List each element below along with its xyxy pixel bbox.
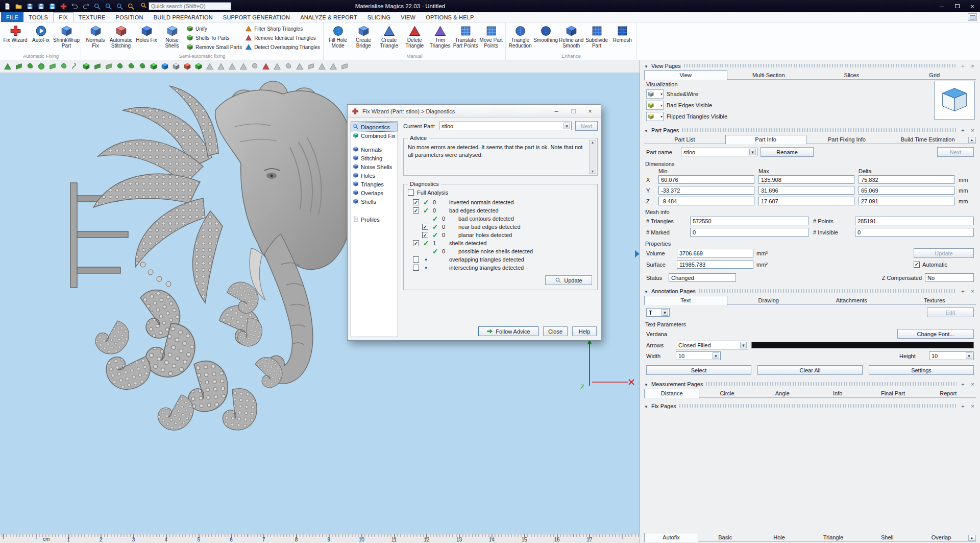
- tab-part-part-info[interactable]: Part Info: [725, 135, 806, 144]
- volume-field[interactable]: 3706.669: [677, 249, 753, 257]
- mark-triangle-icon[interactable]: [2, 61, 13, 72]
- quick-search-input[interactable]: [149, 2, 231, 10]
- menu-tab-fix[interactable]: FIX: [53, 12, 74, 22]
- checkbox-icon[interactable]: [413, 265, 419, 271]
- triangle-tool-3-icon[interactable]: [227, 61, 237, 72]
- pin-icon[interactable]: [960, 62, 966, 69]
- height-combo[interactable]: 10: [929, 351, 974, 360]
- dialog-title-bar[interactable]: Fix Wizard (Part: stloo) > Diagnostics –…: [348, 105, 601, 118]
- remesh-button[interactable]: Remesh: [609, 23, 635, 53]
- shells-to-parts-button[interactable]: Shells To Parts: [185, 34, 243, 42]
- mark-freeform-icon[interactable]: [69, 61, 80, 72]
- delete-marked-triangles-icon[interactable]: [260, 61, 271, 72]
- dim-y-delta-field[interactable]: 65.069: [859, 186, 954, 195]
- checkbox-icon[interactable]: [422, 232, 428, 238]
- grow-marking-icon[interactable]: [114, 61, 125, 72]
- view-cube-green-icon[interactable]: [148, 61, 159, 72]
- mark-cylinder-icon[interactable]: [81, 61, 91, 72]
- remove-identical-triangles-button[interactable]: Remove Identical Triangles: [243, 34, 322, 42]
- close-panel-icon[interactable]: [969, 288, 976, 294]
- checkbox-icon[interactable]: [413, 256, 419, 263]
- unify-button[interactable]: Unify: [185, 25, 243, 33]
- menu-tab-analyze-report[interactable]: ANALYZE & REPORT: [295, 12, 362, 22]
- close-panel-icon[interactable]: [969, 381, 976, 387]
- select-button[interactable]: Select: [646, 365, 751, 375]
- screenshot-icon[interactable]: [968, 13, 977, 21]
- triangle-tool-2-icon[interactable]: [215, 61, 226, 72]
- fix-wizard-button[interactable]: Fix Wizard: [3, 23, 28, 53]
- dialog-close-action-button[interactable]: Close: [543, 326, 568, 336]
- tab-annotation-text[interactable]: Text: [644, 296, 727, 305]
- move-part-points-button[interactable]: Move Part Points: [478, 23, 504, 53]
- zoom-selection-icon[interactable]: [126, 2, 136, 11]
- triangle-tool-11-icon[interactable]: [328, 61, 338, 72]
- panel-grabber[interactable]: [684, 64, 957, 67]
- tab-scroll-icon[interactable]: ▸: [968, 535, 976, 541]
- tab-view-grid[interactable]: Grid: [893, 70, 976, 79]
- wizard-page-normals[interactable]: Normals: [351, 145, 398, 154]
- view-cube-gray-icon[interactable]: [170, 61, 181, 72]
- menu-tab-slicing[interactable]: SLICING: [362, 12, 396, 22]
- triangle-tool-5-icon[interactable]: [249, 61, 260, 72]
- arrows-combo[interactable]: Closed Filled: [676, 341, 748, 349]
- tab-view-multi-section[interactable]: Multi-Section: [727, 70, 811, 79]
- wizard-page-holes[interactable]: Holes: [351, 171, 398, 180]
- panel-grabber[interactable]: [682, 128, 957, 132]
- trim-triangles-button[interactable]: Trim Triangles: [427, 23, 453, 53]
- close-panel-icon[interactable]: [969, 403, 976, 409]
- rename-button[interactable]: Rename: [761, 147, 814, 157]
- close-button[interactable]: ×: [965, 0, 980, 12]
- zoom-fit-icon[interactable]: [114, 2, 125, 11]
- tab-measurement-angle[interactable]: Angle: [755, 389, 810, 397]
- mark-plane-icon[interactable]: [13, 61, 24, 72]
- panel-grabber[interactable]: [679, 404, 957, 408]
- current-part-combo[interactable]: stloo: [439, 122, 572, 130]
- normals-fix-button[interactable]: Normals Fix: [83, 23, 108, 53]
- pin-icon[interactable]: [960, 288, 966, 294]
- create-triangle-button[interactable]: Create Triangle: [376, 23, 402, 53]
- triangle-tool-12-icon[interactable]: [339, 61, 350, 72]
- save-as-icon[interactable]: [36, 2, 46, 11]
- tab-fix-overlap[interactable]: Overlap: [914, 533, 968, 541]
- zoom-in-icon[interactable]: [92, 2, 103, 11]
- view-cube-blue-icon[interactable]: [159, 61, 170, 72]
- full-analysis-checkbox[interactable]: Full Analysis: [408, 190, 593, 196]
- bad-edges-visible-icon[interactable]: ▾: [646, 101, 664, 110]
- menu-tab-file[interactable]: FILE: [1, 12, 23, 22]
- tab-measurement-distance[interactable]: Distance: [644, 389, 699, 398]
- flipped-triangles-visible-icon[interactable]: ▾: [646, 112, 664, 121]
- change-font-button[interactable]: Change Font...: [897, 329, 974, 339]
- elephant-model[interactable]: [41, 81, 368, 433]
- font-style-combo[interactable]: T: [646, 308, 670, 317]
- dialog-close-button[interactable]: ×: [583, 107, 597, 115]
- mark-brush-icon[interactable]: [58, 61, 69, 72]
- triangle-tool-8-icon[interactable]: [294, 61, 305, 72]
- mark-window-icon[interactable]: [47, 61, 58, 72]
- menu-tab-position[interactable]: POSITION: [111, 12, 149, 22]
- undo-icon[interactable]: [69, 2, 80, 11]
- panel-grabber[interactable]: [699, 289, 957, 293]
- orientation-preview[interactable]: [934, 81, 975, 120]
- tab-part-build-time-estimation[interactable]: Build Time Estimation: [887, 135, 968, 144]
- dialog-minimize-button[interactable]: –: [550, 107, 563, 115]
- triangle-reduction-button[interactable]: Triangle Reduction: [507, 23, 533, 53]
- view-pages-header[interactable]: View Pages: [642, 61, 978, 70]
- viewport-3d[interactable]: Z Fix Wizard (Part: stloo) > Diagnostics…: [0, 73, 640, 534]
- dim-z-max-field[interactable]: 17.607: [758, 197, 854, 205]
- tab-fix-hole[interactable]: Hole: [752, 533, 806, 541]
- panel-grabber[interactable]: [706, 382, 957, 386]
- menu-tab-texture[interactable]: TEXTURE: [74, 12, 111, 22]
- delete-triangle-button[interactable]: Delete Triangle: [402, 23, 427, 53]
- close-part-icon[interactable]: [58, 2, 69, 11]
- menu-tab-options-help[interactable]: OPTIONS & HELP: [421, 12, 479, 22]
- remove-small-parts-button[interactable]: Remove Small Parts: [185, 43, 243, 51]
- dim-x-delta-field[interactable]: 75.832: [859, 175, 954, 184]
- menu-tab-view[interactable]: VIEW: [396, 12, 421, 22]
- tab-fix-triangle[interactable]: Triangle: [806, 533, 860, 541]
- smoothing-button[interactable]: Smoothing: [533, 23, 558, 53]
- checkbox-icon[interactable]: [413, 240, 419, 246]
- part-name-combo[interactable]: stloo: [681, 148, 757, 156]
- triangle-tool-1-icon[interactable]: [204, 61, 215, 72]
- shade-wire-icon[interactable]: ▾: [646, 89, 664, 99]
- mark-shell-icon[interactable]: [36, 61, 46, 72]
